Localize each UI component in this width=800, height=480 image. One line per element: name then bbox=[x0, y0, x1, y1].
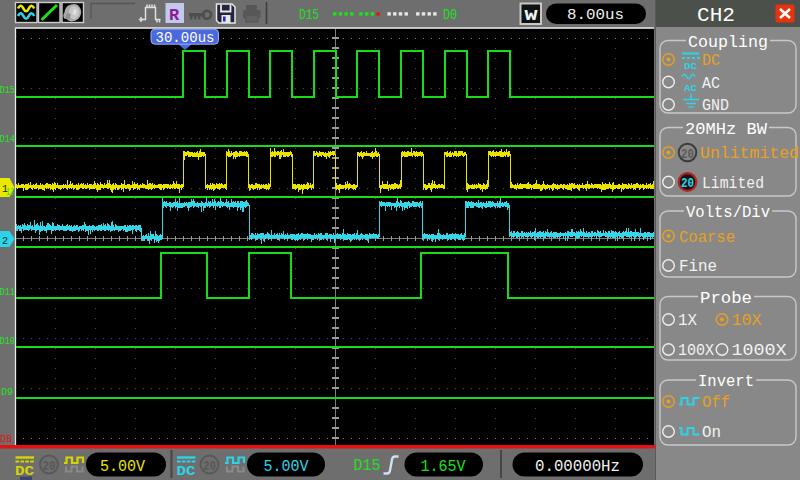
svg-text:1000X: 1000X bbox=[732, 342, 787, 360]
svg-text:5.00V: 5.00V bbox=[264, 457, 309, 476]
svg-text:1X: 1X bbox=[678, 312, 697, 330]
svg-text:On: On bbox=[702, 424, 721, 442]
svg-text:10X: 10X bbox=[732, 312, 762, 330]
svg-text:Limited: Limited bbox=[702, 175, 764, 193]
svg-text:CH2: CH2 bbox=[697, 4, 735, 27]
svg-text:D15: D15 bbox=[299, 7, 319, 24]
svg-text:13: 13 bbox=[6, 187, 14, 198]
svg-text:D15: D15 bbox=[354, 456, 381, 475]
svg-text:Fine: Fine bbox=[679, 258, 717, 276]
svg-text:GND: GND bbox=[702, 97, 729, 115]
svg-text:AC: AC bbox=[684, 83, 697, 94]
svg-text:100X: 100X bbox=[678, 342, 714, 360]
svg-text:20: 20 bbox=[681, 177, 694, 191]
svg-text:Coarse: Coarse bbox=[679, 229, 735, 247]
svg-text:D15: D15 bbox=[0, 84, 15, 96]
svg-text:20: 20 bbox=[43, 459, 56, 474]
svg-text:30.00us: 30.00us bbox=[156, 30, 215, 46]
svg-text:D0: D0 bbox=[443, 7, 457, 24]
svg-text:R: R bbox=[169, 6, 180, 25]
svg-text:D8: D8 bbox=[0, 433, 12, 445]
svg-text:D9: D9 bbox=[1, 386, 13, 398]
svg-text:20: 20 bbox=[203, 459, 216, 474]
svg-text:D10: D10 bbox=[0, 335, 15, 347]
svg-text:20MHz BW: 20MHz BW bbox=[685, 121, 767, 139]
svg-text:1.65V: 1.65V bbox=[421, 457, 466, 476]
svg-text:Coupling: Coupling bbox=[688, 34, 768, 52]
svg-text:2: 2 bbox=[2, 235, 8, 247]
svg-text:0.00000Hz: 0.00000Hz bbox=[535, 457, 620, 476]
svg-text:Off: Off bbox=[702, 394, 730, 412]
svg-text:DC: DC bbox=[15, 465, 34, 479]
svg-text:AC: AC bbox=[702, 75, 720, 93]
svg-text:Unlitmited: Unlitmited bbox=[700, 145, 799, 163]
svg-text:DC: DC bbox=[684, 61, 697, 72]
svg-text:8.00us: 8.00us bbox=[567, 6, 624, 24]
svg-text:D14: D14 bbox=[0, 133, 15, 145]
svg-text:W: W bbox=[525, 8, 538, 25]
svg-text:20: 20 bbox=[681, 148, 694, 162]
svg-text:D11: D11 bbox=[0, 286, 15, 298]
svg-text:Invert: Invert bbox=[698, 373, 754, 391]
svg-text:Volts/Div: Volts/Div bbox=[686, 204, 770, 222]
svg-text:DC: DC bbox=[177, 465, 196, 479]
svg-text:5.00V: 5.00V bbox=[100, 457, 145, 476]
svg-text:Probe: Probe bbox=[700, 290, 752, 308]
svg-text:DC: DC bbox=[702, 52, 720, 70]
